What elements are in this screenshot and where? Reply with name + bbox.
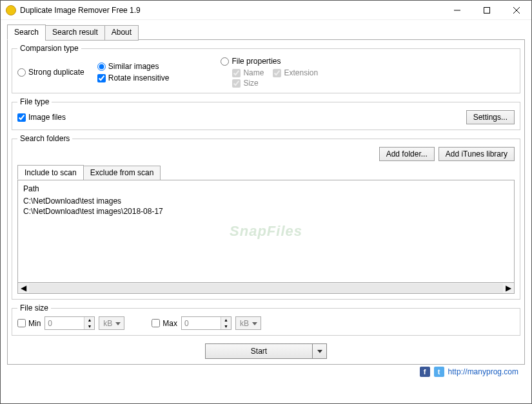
file-size-group: File size Min ▲▼ kB Max ▲▼ kB	[12, 303, 520, 336]
start-button[interactable]: Start	[205, 343, 327, 359]
chevron-down-icon[interactable]: ▼	[84, 323, 94, 330]
path-list[interactable]: Path C:\NetDownload\test images C:\NetDo…	[17, 180, 515, 283]
horizontal-scrollbar[interactable]: ◀ ▶	[17, 283, 515, 294]
tab-search[interactable]: Search	[7, 24, 46, 40]
check-rotate-insensitive[interactable]: Rotate insensitive	[97, 73, 170, 82]
check-min[interactable]: Min	[17, 319, 41, 328]
website-link[interactable]: http://manyprog.com	[448, 367, 518, 376]
twitter-icon[interactable]: t	[434, 367, 444, 377]
search-folders-group: Search folders Add folder... Add iTunes …	[12, 134, 520, 300]
comparison-group: Comparsion type Strong duplicate Similar…	[12, 44, 520, 93]
radio-strong-duplicate[interactable]: Strong duplicate	[17, 68, 84, 77]
check-extension: Extension	[273, 68, 318, 77]
file-size-legend: File size	[17, 303, 51, 313]
minimize-button[interactable]	[442, 1, 472, 20]
chevron-up-icon[interactable]: ▲	[221, 317, 231, 323]
min-value[interactable]	[45, 317, 84, 329]
check-name: Name	[232, 68, 264, 77]
radio-similar-images[interactable]: Similar images	[97, 62, 170, 71]
scroll-right-icon[interactable]: ▶	[503, 284, 514, 293]
radio-file-properties[interactable]: File properties	[221, 57, 318, 66]
scroll-left-icon[interactable]: ◀	[18, 284, 29, 293]
comparison-legend: Comparsion type	[17, 44, 81, 53]
filetype-group: File type Image files Settings...	[12, 97, 520, 130]
min-spinner[interactable]: ▲▼	[44, 316, 95, 330]
path-header: Path	[23, 184, 509, 193]
max-value[interactable]	[182, 317, 221, 329]
main-tabs: Search Search result About	[7, 24, 525, 40]
tab-search-result[interactable]: Search result	[45, 25, 105, 41]
tab-about[interactable]: About	[104, 25, 139, 41]
check-max[interactable]: Max	[152, 319, 177, 328]
add-folder-button[interactable]: Add folder...	[379, 147, 435, 161]
footer: f t http://manyprog.com	[7, 365, 525, 377]
svg-rect-1	[484, 7, 490, 13]
window-title: Duplicate Image Remover Free 1.9	[20, 6, 442, 15]
tab-exclude-from-scan[interactable]: Exclude from scan	[83, 166, 161, 180]
max-spinner[interactable]: ▲▼	[181, 316, 232, 330]
max-unit-select[interactable]: kB	[235, 316, 261, 330]
add-itunes-button[interactable]: Add iTunes library	[438, 147, 515, 161]
filetype-legend: File type	[17, 97, 52, 106]
min-unit-select[interactable]: kB	[99, 316, 124, 330]
folder-tabs: Include to scan Exclude from scan	[17, 165, 515, 180]
close-button[interactable]	[502, 1, 531, 20]
tab-panel-search: Comparsion type Strong duplicate Similar…	[7, 39, 525, 365]
watermark: SnapFiles	[230, 223, 302, 240]
check-size: Size	[232, 79, 258, 88]
path-row[interactable]: C:\NetDownload\test images\2018-08-17	[23, 206, 509, 216]
start-dropdown-icon[interactable]	[313, 343, 327, 359]
check-image-files[interactable]: Image files	[17, 113, 66, 122]
scroll-track[interactable]	[29, 284, 503, 293]
app-icon	[6, 5, 16, 15]
chevron-down-icon[interactable]: ▼	[221, 323, 231, 330]
tab-include-to-scan[interactable]: Include to scan	[17, 165, 84, 180]
chevron-up-icon[interactable]: ▲	[84, 317, 94, 323]
titlebar: Duplicate Image Remover Free 1.9	[1, 1, 531, 20]
maximize-button[interactable]	[472, 1, 502, 20]
settings-button[interactable]: Settings...	[466, 110, 515, 124]
start-button-label[interactable]: Start	[205, 343, 313, 359]
path-row[interactable]: C:\NetDownload\test images	[23, 196, 509, 206]
facebook-icon[interactable]: f	[420, 367, 430, 377]
search-folders-legend: Search folders	[17, 134, 72, 143]
